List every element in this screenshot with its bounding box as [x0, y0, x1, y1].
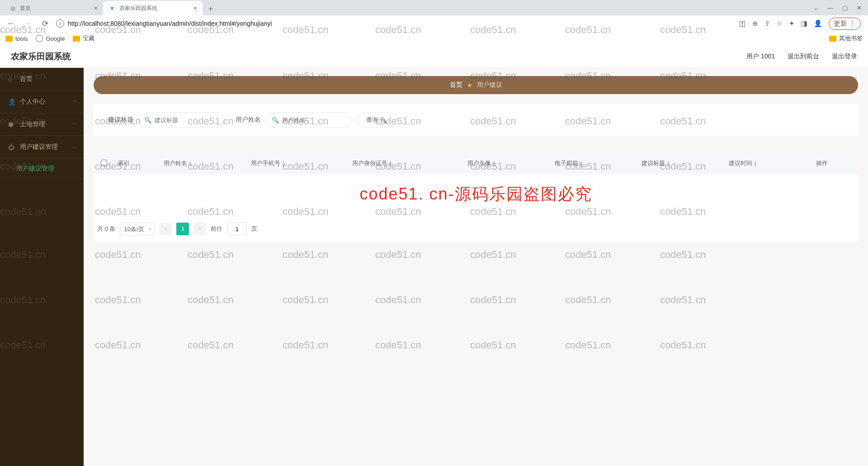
sort-icon: ▲▼ — [666, 161, 670, 167]
more-icon: ⋮ — [849, 19, 856, 28]
table-header-title[interactable]: 建议标题▲▼ — [638, 154, 725, 173]
pagination: 共 0 条 10条/页 ‹ 1 › 前往 页 — [94, 215, 858, 243]
select-all-checkbox[interactable] — [101, 160, 107, 166]
user-icon: 👤 — [8, 98, 15, 105]
zoom-icon[interactable]: ⊕ — [752, 19, 758, 28]
close-icon[interactable]: × — [94, 5, 98, 12]
chevron-up-icon: ︿ — [72, 143, 77, 150]
sidebar-sub-suggestion[interactable]: 用户建议管理 — [0, 158, 84, 179]
filter-name-label: 用户姓名 — [236, 116, 261, 124]
query-label: 查询 — [366, 116, 378, 124]
table-header-name[interactable]: 用户姓名▲▼ — [160, 154, 247, 173]
header-user[interactable]: 用户 1001 — [746, 52, 775, 61]
sidebar-label: 个人中心 — [20, 98, 45, 106]
location-icon: ⬢ — [8, 121, 15, 128]
bookmark-label: Google — [46, 35, 65, 42]
sort-icon: ▲▼ — [388, 161, 393, 167]
sort-icon: ▲▼ — [188, 161, 193, 167]
watermark-center: code51. cn-源码乐园盗图必究 — [94, 173, 858, 215]
share-icon[interactable]: ⇪ — [764, 19, 770, 28]
bookmark-other[interactable]: 其他书签 — [829, 34, 863, 43]
sort-icon: ▲▼ — [753, 161, 758, 167]
table-header-email[interactable]: 电子邮箱▲▼ — [551, 154, 638, 173]
home-icon: ⌂ — [8, 76, 15, 83]
query-button[interactable]: 查询 🔍 — [358, 112, 396, 128]
page-size-select[interactable]: 10条/页 — [120, 223, 155, 235]
folder-icon — [5, 36, 13, 42]
header-logout[interactable]: 退出登录 — [832, 52, 857, 61]
vue-icon: ▼ — [108, 5, 116, 12]
update-label: 更新 — [834, 19, 847, 28]
url-text[interactable]: http://localhost:8080/lexiangtianyuan/ad… — [68, 20, 272, 27]
reload-button[interactable]: ⟳ — [39, 17, 52, 30]
star-icon: ★ — [467, 82, 472, 89]
sidebar-item-suggestion[interactable]: ⏻ 用户建议管理 ︿ — [0, 136, 84, 158]
search-icon: 🔍 — [272, 117, 279, 124]
table-header-idcard[interactable]: 用户身份证号▲▼ — [349, 154, 464, 173]
update-button[interactable]: 更新 ⋮ — [829, 18, 861, 30]
app-header: 农家乐田园系统 用户 1001 退出到前台 退出登录 — [0, 45, 868, 68]
bookmark-label: 宝藏 — [83, 34, 94, 43]
total-text: 共 0 条 — [97, 225, 115, 233]
filter-title-input[interactable] — [139, 112, 225, 128]
chevron-down-icon: ﹀ — [72, 98, 77, 105]
site-info-icon[interactable]: i — [56, 19, 64, 28]
sort-icon: ▲▼ — [579, 161, 584, 167]
sidepanel-icon[interactable]: ◨ — [801, 19, 807, 28]
filter-name-input[interactable] — [266, 112, 352, 128]
sidebar-sub-label: 用户建议管理 — [16, 165, 54, 173]
bookmark-label: tools — [15, 35, 28, 42]
breadcrumb-home[interactable]: 首页 — [450, 81, 462, 89]
bookmark-google[interactable]: Google — [36, 35, 65, 42]
next-page-button[interactable]: › — [193, 223, 206, 235]
data-table: 索引 用户姓名▲▼ 用户手机号▲▼ 用户身份证号▲▼ 用户头像▲▼ 电子邮箱▲▼… — [94, 154, 858, 173]
app-title: 农家乐田园系统 — [11, 51, 71, 62]
maximize-icon[interactable]: ▢ — [842, 5, 848, 11]
breadcrumb: 首页 ★ 用户建议 — [94, 76, 858, 94]
table-header-index[interactable]: 索引 — [114, 154, 160, 173]
close-window-icon[interactable]: ✕ — [857, 5, 862, 11]
back-button[interactable]: ← — [5, 17, 17, 30]
bookmark-tools[interactable]: tools — [5, 35, 28, 42]
tab-title: 首页 — [20, 5, 31, 12]
goto-page-input[interactable] — [227, 223, 247, 235]
chevron-down-icon: ﹀ — [72, 121, 77, 128]
sort-icon: ▲▼ — [492, 161, 496, 167]
goto-prefix: 前往 — [211, 225, 222, 233]
sidebar: ⌂ 首页 👤 个人中心 ﹀ ⬢ 土地管理 ﹀ ⏻ 用户建议管理 ︿ 用户建议管理 — [0, 68, 84, 466]
page-number-button[interactable]: 1 — [176, 223, 189, 235]
sidebar-item-home[interactable]: ⌂ 首页 — [0, 68, 84, 90]
header-to-front[interactable]: 退出到前台 — [788, 52, 819, 61]
search-icon: 🔍 — [380, 117, 387, 124]
tab-title: 农家乐田园系统 — [119, 5, 157, 12]
sidebar-label: 首页 — [20, 75, 33, 83]
forward-button[interactable]: → — [22, 17, 34, 30]
browser-tab-1[interactable]: ◎ 首页 × — [4, 1, 103, 15]
breadcrumb-current: 用户建议 — [477, 81, 502, 89]
goto-suffix: 页 — [251, 225, 257, 233]
browser-tab-2[interactable]: ▼ 农家乐田园系统 × — [103, 1, 203, 15]
bookmark-label: 其他书签 — [839, 34, 863, 43]
search-icon: 🔍 — [144, 117, 151, 124]
profile-icon[interactable]: 👤 — [814, 19, 822, 28]
table-header-action: 操作 — [812, 154, 858, 173]
filter-title-label: 建议标题 — [108, 116, 133, 124]
sidebar-item-personal[interactable]: 👤 个人中心 ﹀ — [0, 90, 84, 113]
table-header-checkbox[interactable] — [94, 154, 114, 173]
table-header-avatar[interactable]: 用户头像▲▼ — [464, 154, 551, 173]
key-icon[interactable]: ⚿ — [739, 20, 746, 28]
sidebar-item-land[interactable]: ⬢ 土地管理 ﹀ — [0, 113, 84, 136]
filter-bar: 建议标题 🔍 用户姓名 🔍 查询 🔍 — [94, 104, 858, 136]
chevron-down-icon[interactable]: ⌄ — [813, 5, 818, 11]
extension-icon[interactable]: ✦ — [789, 19, 795, 28]
star-icon[interactable]: ☆ — [777, 19, 783, 28]
table-header-phone[interactable]: 用户手机号▲▼ — [247, 154, 349, 173]
sort-icon: ▲▼ — [281, 161, 286, 167]
folder-icon — [73, 36, 80, 42]
new-tab-button[interactable]: + — [204, 3, 217, 15]
minimize-icon[interactable]: — — [827, 5, 833, 11]
bookmark-baozang[interactable]: 宝藏 — [73, 34, 94, 43]
table-header-time[interactable]: 建议时间▲▼ — [725, 154, 812, 173]
close-icon[interactable]: × — [193, 5, 197, 12]
prev-page-button[interactable]: ‹ — [159, 223, 172, 235]
